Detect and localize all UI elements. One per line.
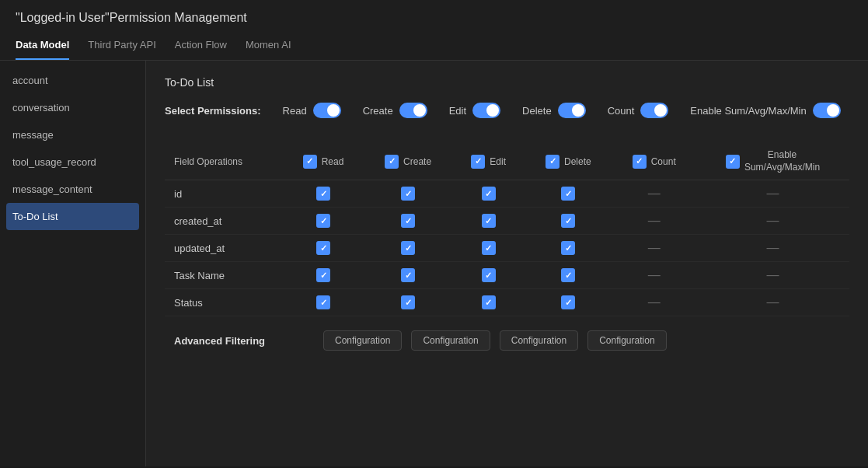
checkbox-edit[interactable]	[482, 268, 496, 282]
cell-count: —	[612, 208, 696, 235]
table-row: Status——	[165, 289, 849, 316]
toggle-create[interactable]	[399, 103, 427, 118]
col-header-create: Create	[364, 143, 452, 180]
cell-delete	[525, 180, 612, 208]
table-row: Task Name——	[165, 262, 849, 289]
cell-create	[364, 235, 452, 262]
header: "Logged-in User"Permission Management Da…	[0, 0, 868, 61]
perm-label-count: Count	[608, 105, 635, 117]
checkbox-create[interactable]	[401, 214, 415, 228]
table-row: created_at——	[165, 208, 849, 235]
checkbox-edit[interactable]	[482, 295, 496, 309]
sidebar-item-conversation[interactable]: conversation	[0, 94, 145, 121]
cell-create	[364, 289, 452, 316]
top-nav-item-third-party-api[interactable]: Third Party API	[88, 34, 155, 60]
cell-delete	[525, 262, 612, 289]
cell-create	[364, 208, 452, 235]
dash-enable: —	[767, 214, 779, 227]
checkbox-delete[interactable]	[561, 214, 575, 228]
col-header-read: Read	[283, 143, 364, 180]
field-name: Task Name	[165, 262, 283, 289]
checkbox-edit[interactable]	[482, 241, 496, 255]
check-header-edit[interactable]	[471, 155, 485, 169]
config-button-1[interactable]: Configuration	[411, 330, 490, 351]
perm-label-read: Read	[283, 105, 307, 117]
field-name: updated_at	[165, 235, 283, 262]
advanced-filtering-row: Advanced Filtering ConfigurationConfigur…	[165, 323, 849, 358]
check-header-read[interactable]	[303, 155, 317, 169]
dash-count: —	[648, 241, 661, 254]
check-header-enable[interactable]	[726, 155, 740, 169]
cell-edit	[452, 208, 525, 235]
toggle-edit[interactable]	[472, 103, 500, 118]
checkbox-delete[interactable]	[561, 295, 575, 309]
cell-count: —	[612, 235, 696, 262]
field-ops-table: Field Operations Read Create	[165, 143, 849, 316]
cell-edit	[452, 289, 525, 316]
checkbox-read[interactable]	[316, 214, 330, 228]
top-nav: Data ModelThird Party APIAction FlowMome…	[16, 34, 852, 60]
perm-label-edit: Edit	[449, 105, 466, 117]
perm-item-edit: Edit	[449, 103, 500, 118]
config-button-0[interactable]: Configuration	[323, 330, 402, 351]
sidebar-item-message[interactable]: message	[0, 121, 145, 148]
perm-item-delete: Delete	[522, 103, 586, 118]
sidebar-item-account[interactable]: account	[0, 67, 145, 94]
layout: accountconversationmessagetool_usage_rec…	[0, 61, 868, 466]
checkbox-create[interactable]	[401, 268, 415, 282]
toggle-enable-sum/avg/max/min[interactable]	[813, 103, 841, 118]
cell-enable: —	[696, 180, 849, 208]
page-title: "Logged-in User"Permission Management	[16, 11, 852, 25]
col-header-enable: EnableSum/Avg/Max/Min	[696, 143, 849, 180]
checkbox-create[interactable]	[401, 187, 415, 201]
field-name: Status	[165, 289, 283, 316]
config-button-2[interactable]: Configuration	[500, 330, 578, 351]
cell-edit	[452, 180, 525, 208]
dash-enable: —	[767, 268, 779, 281]
perm-label-delete: Delete	[522, 105, 552, 117]
sidebar-item-tool_usage_record[interactable]: tool_usage_record	[0, 148, 145, 176]
top-nav-item-action-flow[interactable]: Action Flow	[175, 34, 227, 60]
toggle-read[interactable]	[313, 103, 341, 118]
checkbox-read[interactable]	[316, 241, 330, 255]
checkbox-delete[interactable]	[561, 187, 575, 201]
cell-delete	[525, 235, 612, 262]
checkbox-delete[interactable]	[561, 241, 575, 255]
sidebar-item-to-do-list[interactable]: To-Do List	[6, 203, 139, 230]
perm-label-create: Create	[363, 105, 393, 117]
cell-count: —	[612, 289, 696, 316]
cell-enable: —	[696, 289, 849, 316]
checkbox-edit[interactable]	[482, 214, 496, 228]
toggle-delete[interactable]	[558, 103, 586, 118]
dash-count: —	[648, 268, 661, 281]
checkbox-read[interactable]	[316, 268, 330, 282]
top-nav-item-momen-ai[interactable]: Momen AI	[246, 34, 291, 60]
dash-enable: —	[767, 295, 779, 309]
checkbox-create[interactable]	[401, 241, 415, 255]
check-header-create[interactable]	[385, 155, 399, 169]
checkbox-read[interactable]	[316, 187, 330, 201]
col-header-delete: Delete	[525, 143, 612, 180]
cell-delete	[525, 208, 612, 235]
checkbox-delete[interactable]	[561, 268, 575, 282]
perm-item-enable-sum/avg/max/min: Enable Sum/Avg/Max/Min	[690, 103, 840, 118]
cell-enable: —	[696, 262, 849, 289]
checkbox-read[interactable]	[316, 295, 330, 309]
permissions-row: Select Permissions: ReadCreateEditDelete…	[165, 103, 849, 118]
sidebar-item-message_content[interactable]: message_content	[0, 176, 145, 203]
check-header-delete[interactable]	[546, 155, 559, 169]
cell-edit	[452, 235, 525, 262]
table-row: id——	[165, 180, 849, 208]
dash-count: —	[648, 214, 661, 227]
toggle-count[interactable]	[640, 103, 668, 118]
checkbox-edit[interactable]	[482, 187, 496, 201]
check-header-count[interactable]	[633, 155, 647, 169]
cell-edit	[452, 262, 525, 289]
cell-read	[283, 235, 364, 262]
config-button-3[interactable]: Configuration	[587, 330, 666, 351]
col-header-count: Count	[612, 143, 696, 180]
top-nav-item-data-model[interactable]: Data Model	[16, 34, 69, 60]
col-header-edit: Edit	[452, 143, 525, 180]
checkbox-create[interactable]	[401, 295, 415, 309]
cell-count: —	[612, 180, 696, 208]
